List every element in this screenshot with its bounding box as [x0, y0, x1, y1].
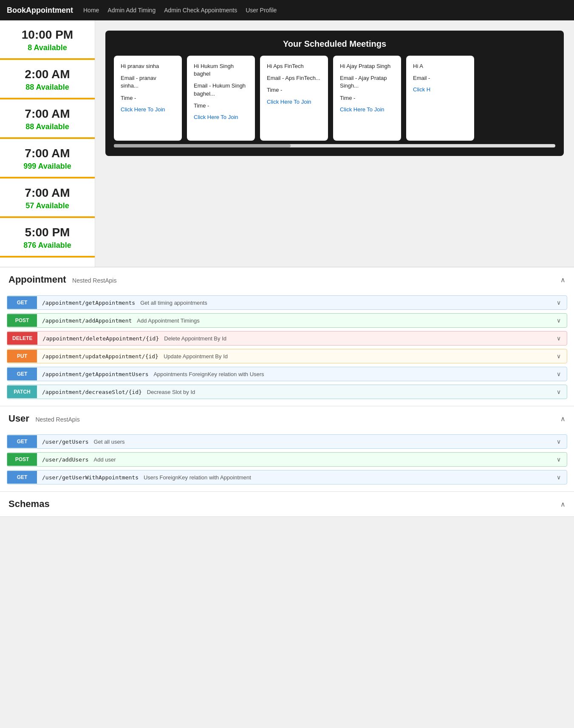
scrollbar-thumb — [114, 144, 291, 147]
meetings-cards: Hi pranav sinha Email - pranav sinha... … — [114, 56, 555, 141]
schemas-group-title-row: Schemas — [8, 499, 50, 510]
card-time-0: Time - — [121, 94, 175, 102]
sidebar-available-5: 876 Available — [7, 241, 88, 250]
user-group-title: User — [8, 413, 29, 424]
meetings-title: Your Scheduled Meetings — [114, 39, 555, 49]
method-badge-get-1: GET — [7, 368, 37, 380]
method-badge-put-0: PUT — [7, 350, 37, 363]
sidebar-time-0: 10:00 PM — [7, 28, 88, 42]
appointment-group-title-row: Appointment Nested RestApis — [8, 274, 116, 285]
navbar-links: Home Admin Add Timing Admin Check Appoin… — [83, 7, 277, 14]
appointment-group-subtitle: Nested RestApis — [72, 277, 116, 284]
sidebar-item-0[interactable]: 10:00 PM 8 Available — [0, 20, 95, 60]
endpoint-desc-2: Delete Appointment By Id — [164, 335, 551, 342]
card-time-1: Time - — [194, 102, 248, 110]
nav-user-profile[interactable]: User Profile — [246, 7, 277, 14]
card-email-1: Email - Hukum Singh baghel... — [194, 82, 248, 97]
card-join-link-4[interactable]: Click H — [413, 86, 467, 93]
sidebar-item-5[interactable]: 5:00 PM 876 Available — [0, 218, 95, 258]
sidebar-time-3: 7:00 AM — [7, 147, 88, 160]
sidebar-item-3[interactable]: 7:00 AM 999 Available — [0, 139, 95, 178]
schemas-api-group: Schemas ∧ — [0, 492, 574, 517]
user-endpoint-desc-2: Users ForeignKey relation with Appointme… — [144, 474, 551, 481]
meetings-panel: Your Scheduled Meetings Hi pranav sinha … — [105, 31, 564, 156]
method-badge-get-0: GET — [7, 296, 37, 309]
endpoint-get-appointments[interactable]: GET /appointment/getAppointments Get all… — [7, 295, 567, 310]
endpoint-chevron-5: ∨ — [551, 385, 567, 399]
appointment-group-title: Appointment — [8, 274, 66, 285]
appointment-api-group: Appointment Nested RestApis ∧ GET /appoi… — [0, 267, 574, 406]
endpoint-chevron-3: ∨ — [551, 349, 567, 363]
sidebar: 10:00 PM 8 Available 2:00 AM 88 Availabl… — [0, 20, 95, 267]
sidebar-available-0: 8 Available — [7, 43, 88, 52]
method-badge-get-users-0: GET — [7, 435, 37, 448]
sidebar-available-2: 88 Available — [7, 122, 88, 131]
meeting-card-1: Hi Hukum Singh baghel Email - Hukum Sing… — [187, 56, 255, 141]
card-join-link-2[interactable]: Click Here To Join — [267, 99, 321, 105]
endpoint-chevron-1: ∨ — [551, 314, 567, 327]
appointment-endpoints: GET /appointment/getAppointments Get all… — [0, 292, 574, 406]
endpoint-put-appointment[interactable]: PUT /appointment/updateAppointment/{id} … — [7, 349, 567, 363]
meeting-card-4: Hi A Email - Click H — [406, 56, 474, 141]
api-section: Appointment Nested RestApis ∧ GET /appoi… — [0, 267, 574, 517]
sidebar-item-2[interactable]: 7:00 AM 88 Available — [0, 99, 95, 139]
navbar: BookAppointment Home Admin Add Timing Ad… — [0, 0, 574, 20]
endpoint-post-appointment[interactable]: POST /appointment/addAppointment Add App… — [7, 313, 567, 328]
sidebar-available-1: 88 Available — [7, 83, 88, 92]
card-email-4: Email - — [413, 74, 467, 82]
endpoint-get-appointment-users[interactable]: GET /appointment/getAppointmentUsers App… — [7, 367, 567, 381]
endpoint-path-3: /appointment/updateAppointment/{id} — [37, 350, 164, 363]
card-join-link-0[interactable]: Click Here To Join — [121, 106, 175, 113]
sidebar-time-1: 2:00 AM — [7, 68, 88, 81]
card-greeting-3: Hi Ajay Pratap Singh — [340, 62, 394, 70]
endpoint-delete-appointment[interactable]: DELETE /appointment/deleteAppointment/{i… — [7, 331, 567, 346]
card-time-2: Time - — [267, 86, 321, 94]
endpoint-post-users[interactable]: POST /user/addUsers Add user ∨ — [7, 452, 567, 467]
nav-home[interactable]: Home — [83, 7, 99, 14]
endpoint-desc-1: Add Appointment Timings — [137, 317, 551, 324]
schemas-group-header[interactable]: Schemas ∧ — [0, 492, 574, 516]
user-endpoint-desc-1: Add user — [94, 456, 551, 463]
schemas-group-title: Schemas — [8, 499, 50, 509]
endpoint-get-users[interactable]: GET /user/getUsers Get all users ∨ — [7, 434, 567, 449]
card-join-link-1[interactable]: Click Here To Join — [194, 114, 248, 120]
method-badge-get-users-1: GET — [7, 471, 37, 484]
sidebar-item-4[interactable]: 7:00 AM 57 Available — [0, 178, 95, 218]
endpoint-path-4: /appointment/getAppointmentUsers — [37, 368, 153, 381]
card-join-link-3[interactable]: Click Here To Join — [340, 106, 394, 113]
endpoint-patch-slot[interactable]: PATCH /appointment/decreaseSlot/{id} Dec… — [7, 385, 567, 399]
navbar-brand[interactable]: BookAppointment — [7, 6, 73, 15]
user-endpoint-chevron-1: ∨ — [551, 453, 567, 466]
method-badge-post-users-0: POST — [7, 453, 37, 466]
user-endpoint-chevron-0: ∨ — [551, 435, 567, 448]
card-email-2: Email - Aps FinTech... — [267, 74, 321, 82]
main-layout: 10:00 PM 8 Available 2:00 AM 88 Availabl… — [0, 20, 574, 267]
endpoint-path-0: /appointment/getAppointments — [37, 296, 140, 309]
user-group-title-row: User Nested RestApis — [8, 413, 80, 424]
user-group-header[interactable]: User Nested RestApis ∧ — [0, 406, 574, 431]
nav-admin-add-timing[interactable]: Admin Add Timing — [107, 7, 156, 14]
endpoint-chevron-2: ∨ — [551, 331, 567, 345]
sidebar-time-4: 7:00 AM — [7, 186, 88, 200]
user-endpoint-path-0: /user/getUsers — [37, 435, 94, 448]
user-group-subtitle: Nested RestApis — [35, 416, 79, 423]
nav-admin-check-appointments[interactable]: Admin Check Appointments — [164, 7, 237, 14]
content-area: Your Scheduled Meetings Hi pranav sinha … — [95, 20, 574, 267]
user-api-group: User Nested RestApis ∧ GET /user/getUser… — [0, 406, 574, 492]
endpoint-path-5: /appointment/decreaseSlot/{id} — [37, 385, 147, 399]
sidebar-item-1[interactable]: 2:00 AM 88 Available — [0, 60, 95, 99]
endpoint-chevron-0: ∨ — [551, 296, 567, 309]
user-endpoint-desc-0: Get all users — [94, 439, 551, 445]
method-badge-delete-0: DELETE — [7, 332, 37, 345]
appointment-group-chevron: ∧ — [560, 276, 566, 284]
card-email-3: Email - Ajay Pratap Singh... — [340, 74, 394, 90]
endpoint-get-user-appointments[interactable]: GET /user/getUserWithAppointments Users … — [7, 470, 567, 484]
meeting-card-2: Hi Aps FinTech Email - Aps FinTech... Ti… — [260, 56, 328, 141]
card-greeting-1: Hi Hukum Singh baghel — [194, 62, 248, 78]
appointment-group-header[interactable]: Appointment Nested RestApis ∧ — [0, 267, 574, 292]
horizontal-scrollbar[interactable] — [114, 144, 555, 147]
user-endpoint-path-2: /user/getUserWithAppointments — [37, 471, 144, 484]
endpoint-desc-5: Decrease Slot by Id — [147, 389, 551, 395]
endpoint-chevron-4: ∨ — [551, 367, 567, 381]
sidebar-available-4: 57 Available — [7, 201, 88, 210]
